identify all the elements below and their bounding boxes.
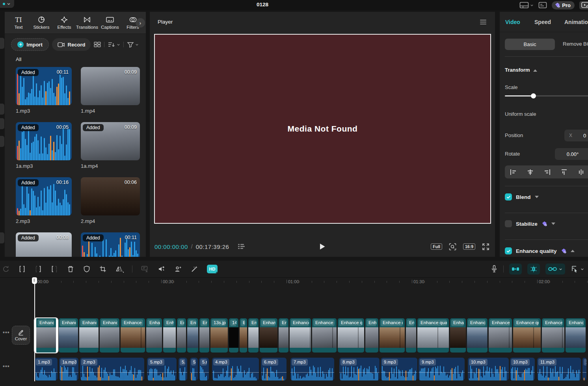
audio-clip-10.mp3[interactable]: 10.mp3	[510, 358, 535, 380]
position-x-field[interactable]: X 0	[564, 130, 588, 141]
video-clip[interactable]: Enhance quality	[199, 318, 209, 353]
media-tab-effects[interactable]: Effects	[53, 16, 76, 30]
volume-line[interactable]	[212, 372, 259, 373]
magic-tools-button[interactable]	[190, 265, 199, 273]
media-tab-text[interactable]: TIText	[7, 16, 30, 30]
pro-badge[interactable]: Pro	[552, 1, 575, 9]
transform-section-header[interactable]: Transform	[505, 67, 537, 73]
volume-line[interactable]	[381, 372, 417, 373]
scale-slider-thumb[interactable]	[531, 93, 536, 98]
playhead-handle[interactable]	[32, 277, 37, 284]
media-item-1a.mp3[interactable]: Added00:051a.mp3	[16, 122, 72, 169]
video-clip[interactable]: Enhance quality	[450, 318, 466, 353]
volume-line[interactable]	[537, 372, 581, 373]
audio-clip-5.mp3[interactable]: 5.mp3	[179, 358, 187, 380]
volume-line[interactable]	[179, 372, 187, 373]
video-clip[interactable]: Enhance quality	[417, 318, 449, 353]
media-item-2.mp3[interactable]: Added00:162.mp3	[16, 177, 72, 224]
hd-quality-button[interactable]: HD	[207, 265, 218, 273]
sidebar-collapsed-item[interactable]	[0, 38, 4, 49]
volume-line[interactable]	[468, 372, 509, 373]
blend-checkbox[interactable]	[505, 193, 512, 200]
video-clip[interactable]: Enhance quality	[365, 318, 378, 353]
import-button[interactable]: + Import	[11, 38, 49, 51]
video-clip[interactable]: Enhance quality	[79, 318, 99, 353]
scale-slider[interactable]	[505, 95, 588, 96]
video-clip[interactable]: Enhance quality	[248, 318, 259, 353]
release-notes-button[interactable]	[538, 2, 547, 9]
playhead-line[interactable]	[34, 277, 35, 381]
enhance-quality-checkbox[interactable]	[505, 247, 512, 254]
audio-clip-10.mp3[interactable]: 10.mp3	[468, 358, 509, 380]
volume-line[interactable]	[147, 372, 177, 373]
full-resolution-button[interactable]: Full	[431, 243, 442, 250]
video-clip[interactable]: Enhance quality	[163, 318, 176, 353]
subtab-remove-bg[interactable]: Remove BG	[563, 41, 588, 47]
video-clip[interactable]: Enhance quality	[279, 318, 288, 353]
video-clip[interactable]: Enhance quality	[146, 318, 162, 353]
media-tab-stickers[interactable]: Stickers	[30, 16, 53, 30]
project-status-widget[interactable]	[0, 0, 14, 8]
media-tab-captions[interactable]: Captions	[99, 16, 121, 30]
play-button[interactable]	[319, 243, 326, 250]
record-button[interactable]: Record	[52, 38, 91, 51]
crop-button[interactable]	[99, 265, 107, 273]
sidebar-collapsed-item[interactable]	[0, 104, 4, 115]
sort-button[interactable]	[108, 41, 120, 48]
volume-line[interactable]	[35, 372, 58, 373]
aspect-ratio-button[interactable]: 16:9	[463, 243, 475, 250]
audio-clip-5.mp3[interactable]: 5.mp3	[199, 358, 209, 380]
audio-clip-1a.mp3[interactable]: 1a.mp3	[59, 358, 78, 380]
video-clip[interactable]: Enhance quality	[513, 318, 541, 353]
magnetic-snap-button[interactable]	[509, 264, 522, 275]
portrait-enhance-button[interactable]	[174, 265, 182, 273]
smart-script-button[interactable]	[141, 265, 149, 273]
volume-line[interactable]	[419, 372, 465, 373]
video-clip[interactable]: Enhance quality	[566, 318, 586, 353]
tab-animation[interactable]: Animation	[564, 19, 588, 25]
audio-clip-5.mp3[interactable]: 5.mp3	[147, 358, 177, 380]
sidebar-collapsed-item[interactable]	[0, 136, 4, 147]
video-clip[interactable]: Enhance quality	[177, 318, 186, 353]
video-clip[interactable]: Enhance quality	[380, 318, 405, 353]
volume-line[interactable]	[582, 372, 586, 373]
audio-clip-7.mp3[interactable]: 7.mp3	[290, 358, 334, 380]
delete-button[interactable]	[67, 265, 74, 273]
redo-button[interactable]	[2, 265, 10, 273]
layout-switch-button[interactable]	[519, 2, 534, 9]
audio-clip-9.mp3[interactable]: 9.mp3	[419, 358, 465, 380]
track-list-icon[interactable]	[238, 243, 246, 250]
player-menu-button[interactable]	[480, 20, 486, 26]
media-item-1.mp3[interactable]: Added00:111.mp3	[16, 67, 72, 114]
video-clip[interactable]: Enhance quality	[406, 318, 416, 353]
video-clip[interactable]: Enhance quality	[542, 318, 564, 353]
cursor-mode-button[interactable]	[571, 265, 584, 273]
video-clip-selected[interactable]: Enhance quality	[35, 318, 58, 353]
delete-right-button[interactable]	[50, 265, 58, 273]
media-item-2.mp4[interactable]: 00:062.mp4	[81, 177, 140, 224]
video-clip[interactable]: Enhance quality	[312, 318, 337, 353]
delete-left-button[interactable]	[34, 265, 42, 273]
voiceover-button[interactable]	[491, 265, 498, 273]
video-clip[interactable]: Enhance quality	[121, 318, 145, 353]
export-button[interactable]	[579, 1, 588, 9]
video-clip[interactable]: 13s.jpeg	[210, 318, 228, 353]
filter-all-label[interactable]: All	[16, 56, 21, 62]
sidebar-collapsed-item[interactable]	[0, 118, 4, 129]
volume-line[interactable]	[199, 372, 209, 373]
filter-button[interactable]	[127, 41, 139, 48]
video-clip[interactable]: Enhance quality	[260, 318, 277, 353]
rotate-field[interactable]: 0.00°	[555, 148, 588, 160]
stabilize-checkbox[interactable]	[505, 220, 512, 227]
timeline-ruler[interactable]: 00:0000:3001:0001:3002:00	[0, 277, 588, 286]
align-middle-vertical-button[interactable]	[573, 169, 588, 176]
volume-line[interactable]	[59, 372, 78, 373]
audio-clip-4.mp3[interactable]: 4.mp3	[212, 358, 259, 380]
volume-line[interactable]	[80, 372, 144, 373]
media-item-1a.mp4[interactable]: Added00:091a.mp4	[81, 122, 140, 169]
align-left-button[interactable]	[505, 169, 522, 176]
media-tab-transitions[interactable]: Transitions	[76, 16, 99, 30]
volume-line[interactable]	[339, 372, 380, 373]
fit-zoom-icon[interactable]	[449, 243, 456, 251]
align-top-button[interactable]	[556, 169, 573, 176]
